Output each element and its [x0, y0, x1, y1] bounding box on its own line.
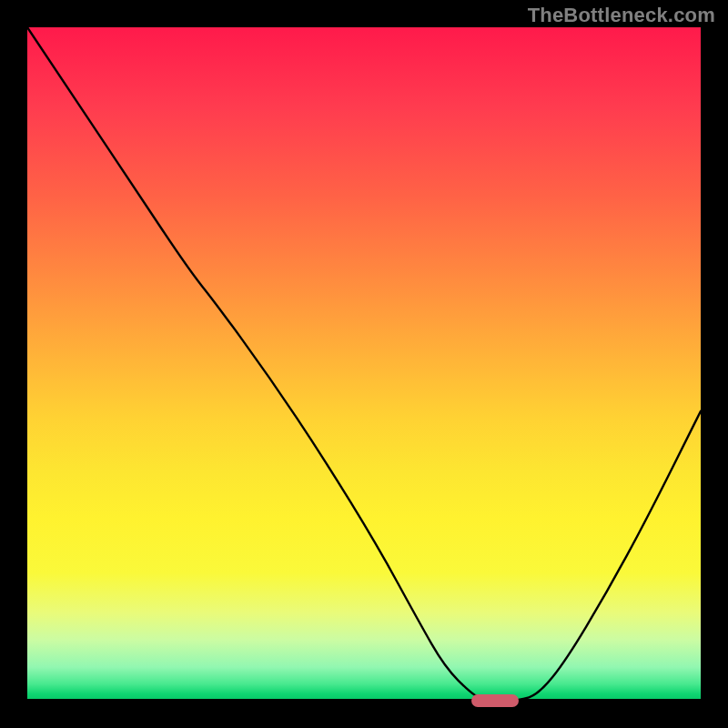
watermark-text: TheBottleneck.com — [528, 4, 715, 27]
bottleneck-curve — [27, 27, 701, 701]
x-axis-baseline — [27, 699, 701, 701]
optimal-zone-marker — [471, 694, 519, 707]
chart-frame: TheBottleneck.com — [0, 0, 728, 728]
